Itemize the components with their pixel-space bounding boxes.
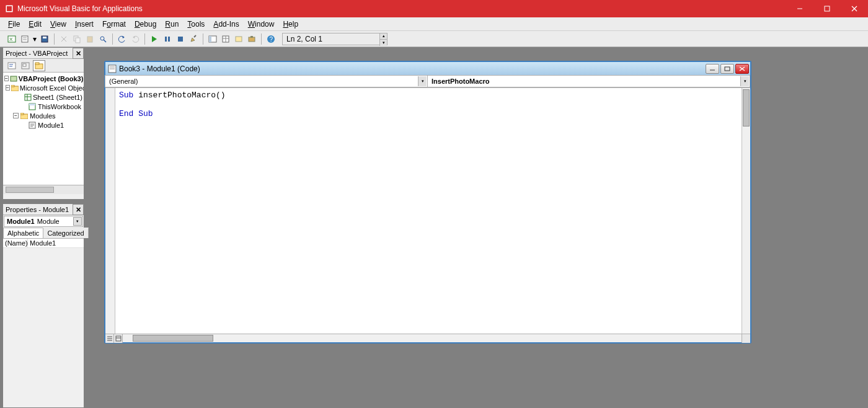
- tree-root-label: VBAProject (Book3): [19, 75, 84, 82]
- properties-tab-categorized[interactable]: Categorized: [43, 228, 88, 238]
- svg-rect-29: [209, 36, 211, 42]
- properties-object-name: Module1: [7, 218, 35, 225]
- redo-icon[interactable]: [130, 33, 141, 45]
- workbook-icon: [28, 103, 37, 110]
- properties-tab-alphabetic[interactable]: Alphabetic: [3, 228, 43, 238]
- property-name: (Name): [3, 239, 28, 247]
- svg-rect-69: [116, 336, 121, 341]
- menu-file[interactable]: File: [4, 19, 24, 30]
- svg-rect-34: [249, 37, 255, 42]
- property-row[interactable]: (Name) Module1: [3, 239, 84, 248]
- codewin-close-button[interactable]: [735, 64, 749, 74]
- full-module-view-button[interactable]: [114, 334, 123, 343]
- menu-tools[interactable]: Tools: [183, 19, 209, 30]
- menu-view[interactable]: View: [46, 19, 71, 30]
- svg-marker-26: [191, 38, 195, 42]
- insert-dropdown-arrow[interactable]: ▾: [32, 33, 37, 45]
- save-icon[interactable]: [39, 33, 50, 45]
- object-combo[interactable]: (General) ▾: [105, 75, 428, 87]
- tree-root[interactable]: − VBAProject (Book3): [4, 74, 82, 83]
- svg-rect-52: [29, 104, 35, 105]
- property-value[interactable]: Module1: [28, 239, 84, 247]
- project-tree[interactable]: − VBAProject (Book3) − Microsoft Excel O…: [3, 73, 84, 185]
- break-icon[interactable]: [162, 33, 173, 45]
- code-editor[interactable]: Sub insertPhotoMacro() End Sub: [115, 88, 742, 334]
- svg-rect-63: [725, 67, 730, 71]
- menu-help[interactable]: Help: [278, 19, 303, 30]
- status-scroll-up[interactable]: ▴: [380, 33, 387, 40]
- procedure-view-button[interactable]: [105, 334, 114, 343]
- svg-rect-35: [250, 36, 253, 38]
- copy-icon[interactable]: [71, 33, 82, 45]
- properties-object-type: Module: [37, 218, 60, 225]
- svg-rect-38: [8, 63, 16, 69]
- menu-run[interactable]: Run: [161, 19, 183, 30]
- menu-insert[interactable]: Insert: [71, 19, 98, 30]
- code-vscrollbar[interactable]: [742, 88, 750, 334]
- toolbar-separator: [261, 33, 262, 45]
- folder-icon: [20, 112, 29, 120]
- project-tree-hscroll[interactable]: [3, 185, 84, 194]
- resize-grip[interactable]: [742, 334, 750, 343]
- window-minimize-button[interactable]: [786, 0, 813, 17]
- view-object-icon[interactable]: [19, 60, 32, 71]
- collapse-icon[interactable]: −: [6, 85, 10, 91]
- svg-rect-17: [87, 37, 92, 42]
- tree-thisworkbook[interactable]: ThisWorkbook: [4, 102, 82, 111]
- view-excel-icon[interactable]: X: [6, 33, 17, 45]
- svg-rect-42: [23, 64, 26, 66]
- svg-text:X: X: [9, 37, 13, 42]
- find-icon[interactable]: [97, 33, 108, 45]
- toolbox-icon[interactable]: [246, 33, 257, 45]
- properties-title: Properties - Module1 ✕: [3, 204, 84, 215]
- tree-sheet1[interactable]: Sheet1 (Sheet1): [4, 92, 82, 102]
- procedure-combo[interactable]: InsertPhotoMacro ▾: [427, 75, 750, 87]
- project-explorer-icon[interactable]: [207, 33, 218, 45]
- insert-module-icon[interactable]: [19, 33, 30, 45]
- svg-marker-22: [152, 36, 157, 42]
- properties-window-icon[interactable]: [220, 33, 231, 45]
- title-bar: Microsoft Visual Basic for Applications: [0, 0, 868, 17]
- dropdown-arrow-icon[interactable]: ▾: [418, 76, 427, 86]
- window-maximize-button[interactable]: [813, 0, 841, 17]
- code-window: Book3 - Module1 (Code) (General) ▾ Inser…: [104, 61, 751, 344]
- menu-format[interactable]: Format: [98, 19, 130, 30]
- cursor-position-text: Ln 2, Col 1: [286, 35, 322, 43]
- run-icon[interactable]: [149, 33, 160, 45]
- menu-window[interactable]: Window: [244, 19, 279, 30]
- object-browser-icon[interactable]: [233, 33, 244, 45]
- codewin-minimize-button[interactable]: [706, 64, 719, 74]
- tree-excel-objects[interactable]: − Microsoft Excel Objects: [4, 83, 82, 92]
- code-window-titlebar[interactable]: Book3 - Module1 (Code): [105, 62, 750, 76]
- properties-grid[interactable]: (Name) Module1: [3, 239, 84, 248]
- cut-icon[interactable]: [58, 33, 69, 45]
- svg-rect-12: [43, 37, 46, 38]
- project-explorer-close-button[interactable]: ✕: [73, 48, 84, 59]
- design-mode-icon[interactable]: [188, 33, 199, 45]
- toggle-folders-icon[interactable]: [33, 60, 45, 71]
- tree-modules[interactable]: − Modules: [4, 111, 82, 120]
- help-icon[interactable]: ?: [265, 33, 277, 45]
- svg-rect-3: [825, 6, 830, 11]
- window-close-button[interactable]: [841, 0, 868, 17]
- undo-icon[interactable]: [117, 33, 128, 45]
- paste-icon[interactable]: [84, 33, 95, 45]
- project-explorer-toolbar: [3, 59, 84, 73]
- view-code-icon[interactable]: [6, 60, 18, 71]
- menu-addins[interactable]: Add-Ins: [209, 19, 243, 30]
- dropdown-arrow-icon[interactable]: ▾: [740, 76, 749, 86]
- properties-object-combo[interactable]: Module1 Module ▾: [4, 216, 83, 227]
- properties-close-button[interactable]: ✕: [73, 204, 84, 215]
- svg-rect-45: [11, 76, 17, 81]
- menu-debug[interactable]: Debug: [130, 19, 161, 30]
- codewin-maximize-button[interactable]: [720, 64, 734, 74]
- dropdown-arrow-icon[interactable]: ▾: [73, 217, 82, 226]
- status-scroll-down[interactable]: ▾: [380, 40, 387, 46]
- code-hscrollbar[interactable]: [123, 334, 742, 342]
- module-icon: [108, 64, 117, 73]
- menu-edit[interactable]: Edit: [24, 19, 46, 30]
- collapse-icon[interactable]: −: [4, 76, 9, 81]
- reset-icon[interactable]: [175, 33, 186, 45]
- collapse-icon[interactable]: −: [13, 113, 19, 118]
- tree-module1[interactable]: Module1: [4, 120, 82, 130]
